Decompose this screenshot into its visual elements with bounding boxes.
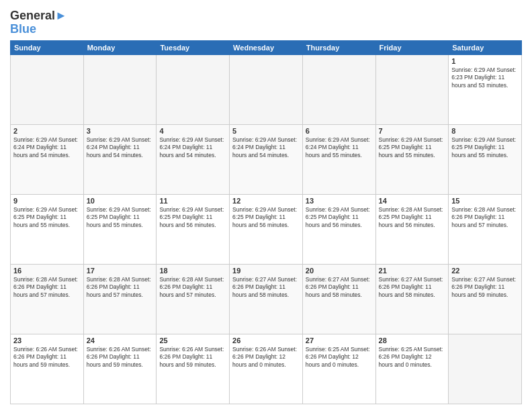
day-number: 4 xyxy=(159,127,226,135)
calendar-cell xyxy=(83,54,157,124)
day-number: 15 xyxy=(451,197,519,205)
calendar-cell: 8Sunrise: 6:29 AM Sunset: 6:25 PM Daylig… xyxy=(449,124,522,194)
weekday-header: Wednesday xyxy=(230,40,303,54)
day-number: 12 xyxy=(232,197,300,205)
calendar-cell: 5Sunrise: 6:29 AM Sunset: 6:24 PM Daylig… xyxy=(230,124,303,194)
calendar-cell: 20Sunrise: 6:27 AM Sunset: 6:26 PM Dayli… xyxy=(302,264,375,334)
day-number: 7 xyxy=(379,127,446,135)
day-number: 16 xyxy=(13,267,81,275)
cell-sun-info: Sunrise: 6:29 AM Sunset: 6:25 PM Dayligh… xyxy=(87,206,154,229)
cell-sun-info: Sunrise: 6:29 AM Sunset: 6:25 PM Dayligh… xyxy=(232,206,300,229)
page: General► Blue SundayMondayTuesdayWednesd… xyxy=(0,0,532,411)
calendar-cell: 14Sunrise: 6:28 AM Sunset: 6:25 PM Dayli… xyxy=(375,194,449,264)
calendar-cell: 28Sunrise: 6:25 AM Sunset: 6:26 PM Dayli… xyxy=(375,334,449,404)
calendar-cell: 6Sunrise: 6:29 AM Sunset: 6:24 PM Daylig… xyxy=(302,124,375,194)
calendar-cell: 24Sunrise: 6:26 AM Sunset: 6:26 PM Dayli… xyxy=(83,334,157,404)
calendar-cell: 17Sunrise: 6:28 AM Sunset: 6:26 PM Dayli… xyxy=(83,264,157,334)
calendar-cell: 23Sunrise: 6:26 AM Sunset: 6:26 PM Dayli… xyxy=(11,334,84,404)
weekday-header: Sunday xyxy=(11,40,84,54)
day-number: 13 xyxy=(306,197,373,205)
calendar-cell: 2Sunrise: 6:29 AM Sunset: 6:24 PM Daylig… xyxy=(11,124,84,194)
calendar-cell: 25Sunrise: 6:26 AM Sunset: 6:26 PM Dayli… xyxy=(157,334,230,404)
cell-sun-info: Sunrise: 6:29 AM Sunset: 6:25 PM Dayligh… xyxy=(13,206,81,229)
cell-sun-info: Sunrise: 6:29 AM Sunset: 6:24 PM Dayligh… xyxy=(306,136,373,159)
cell-sun-info: Sunrise: 6:28 AM Sunset: 6:26 PM Dayligh… xyxy=(159,276,226,299)
day-number: 2 xyxy=(13,127,81,135)
calendar-cell: 11Sunrise: 6:29 AM Sunset: 6:25 PM Dayli… xyxy=(157,194,230,264)
cell-sun-info: Sunrise: 6:29 AM Sunset: 6:25 PM Dayligh… xyxy=(379,136,446,159)
cell-sun-info: Sunrise: 6:29 AM Sunset: 6:23 PM Dayligh… xyxy=(451,66,519,89)
cell-sun-info: Sunrise: 6:29 AM Sunset: 6:24 PM Dayligh… xyxy=(159,136,226,159)
cell-sun-info: Sunrise: 6:26 AM Sunset: 6:26 PM Dayligh… xyxy=(232,346,300,369)
cell-sun-info: Sunrise: 6:29 AM Sunset: 6:24 PM Dayligh… xyxy=(87,136,154,159)
cell-sun-info: Sunrise: 6:28 AM Sunset: 6:26 PM Dayligh… xyxy=(13,276,81,299)
calendar-cell: 18Sunrise: 6:28 AM Sunset: 6:26 PM Dayli… xyxy=(157,264,230,334)
cell-sun-info: Sunrise: 6:26 AM Sunset: 6:26 PM Dayligh… xyxy=(13,346,81,369)
day-number: 19 xyxy=(232,267,300,275)
weekday-header: Tuesday xyxy=(157,40,230,54)
weekday-header: Monday xyxy=(83,40,157,54)
day-number: 21 xyxy=(379,267,446,275)
weekday-header: Thursday xyxy=(302,40,375,54)
cell-sun-info: Sunrise: 6:25 AM Sunset: 6:26 PM Dayligh… xyxy=(306,346,373,369)
cell-sun-info: Sunrise: 6:28 AM Sunset: 6:25 PM Dayligh… xyxy=(379,206,446,229)
day-number: 3 xyxy=(87,127,154,135)
cell-sun-info: Sunrise: 6:28 AM Sunset: 6:26 PM Dayligh… xyxy=(87,276,154,299)
calendar-cell xyxy=(11,54,84,124)
cell-sun-info: Sunrise: 6:29 AM Sunset: 6:24 PM Dayligh… xyxy=(232,136,300,159)
calendar-cell: 27Sunrise: 6:25 AM Sunset: 6:26 PM Dayli… xyxy=(302,334,375,404)
calendar-cell: 26Sunrise: 6:26 AM Sunset: 6:26 PM Dayli… xyxy=(230,334,303,404)
calendar-cell: 4Sunrise: 6:29 AM Sunset: 6:24 PM Daylig… xyxy=(157,124,230,194)
day-number: 10 xyxy=(87,197,154,205)
day-number: 6 xyxy=(306,127,373,135)
calendar-cell: 19Sunrise: 6:27 AM Sunset: 6:26 PM Dayli… xyxy=(230,264,303,334)
day-number: 27 xyxy=(306,336,373,345)
day-number: 20 xyxy=(306,267,373,275)
calendar-cell xyxy=(302,54,375,124)
calendar-cell: 21Sunrise: 6:27 AM Sunset: 6:26 PM Dayli… xyxy=(375,264,449,334)
cell-sun-info: Sunrise: 6:29 AM Sunset: 6:24 PM Dayligh… xyxy=(13,136,81,159)
day-number: 28 xyxy=(379,336,446,345)
day-number: 23 xyxy=(13,336,81,345)
day-number: 26 xyxy=(232,336,300,345)
cell-sun-info: Sunrise: 6:26 AM Sunset: 6:26 PM Dayligh… xyxy=(159,346,226,369)
day-number: 8 xyxy=(451,127,519,135)
calendar-table: SundayMondayTuesdayWednesdayThursdayFrid… xyxy=(10,40,522,404)
day-number: 18 xyxy=(159,267,226,275)
calendar-cell xyxy=(157,54,230,124)
cell-sun-info: Sunrise: 6:25 AM Sunset: 6:26 PM Dayligh… xyxy=(379,346,446,369)
cell-sun-info: Sunrise: 6:29 AM Sunset: 6:25 PM Dayligh… xyxy=(306,206,373,229)
logo: General► Blue xyxy=(10,9,67,36)
calendar-cell: 1Sunrise: 6:29 AM Sunset: 6:23 PM Daylig… xyxy=(449,54,522,124)
calendar-cell: 13Sunrise: 6:29 AM Sunset: 6:25 PM Dayli… xyxy=(302,194,375,264)
cell-sun-info: Sunrise: 6:29 AM Sunset: 6:25 PM Dayligh… xyxy=(159,206,226,229)
calendar-cell xyxy=(230,54,303,124)
day-number: 14 xyxy=(379,197,446,205)
day-number: 22 xyxy=(451,267,519,275)
cell-sun-info: Sunrise: 6:27 AM Sunset: 6:26 PM Dayligh… xyxy=(379,276,446,299)
weekday-header: Friday xyxy=(375,40,449,54)
cell-sun-info: Sunrise: 6:27 AM Sunset: 6:26 PM Dayligh… xyxy=(232,276,300,299)
calendar-cell xyxy=(375,54,449,124)
cell-sun-info: Sunrise: 6:28 AM Sunset: 6:26 PM Dayligh… xyxy=(451,206,519,229)
day-number: 25 xyxy=(159,336,226,345)
calendar-cell: 22Sunrise: 6:27 AM Sunset: 6:26 PM Dayli… xyxy=(449,264,522,334)
header: General► Blue xyxy=(10,7,522,36)
day-number: 5 xyxy=(232,127,300,135)
day-number: 17 xyxy=(87,267,154,275)
day-number: 24 xyxy=(87,336,154,345)
cell-sun-info: Sunrise: 6:27 AM Sunset: 6:26 PM Dayligh… xyxy=(306,276,373,299)
logo-line2: Blue xyxy=(10,23,67,36)
cell-sun-info: Sunrise: 6:26 AM Sunset: 6:26 PM Dayligh… xyxy=(87,346,154,369)
calendar-cell xyxy=(449,334,522,404)
cell-sun-info: Sunrise: 6:29 AM Sunset: 6:25 PM Dayligh… xyxy=(451,136,519,159)
weekday-header: Saturday xyxy=(449,40,522,54)
calendar-cell: 10Sunrise: 6:29 AM Sunset: 6:25 PM Dayli… xyxy=(83,194,157,264)
calendar-cell: 16Sunrise: 6:28 AM Sunset: 6:26 PM Dayli… xyxy=(11,264,84,334)
calendar-cell: 3Sunrise: 6:29 AM Sunset: 6:24 PM Daylig… xyxy=(83,124,157,194)
day-number: 11 xyxy=(159,197,226,205)
logo-line1: General► xyxy=(10,9,67,23)
calendar-cell: 12Sunrise: 6:29 AM Sunset: 6:25 PM Dayli… xyxy=(230,194,303,264)
cell-sun-info: Sunrise: 6:27 AM Sunset: 6:26 PM Dayligh… xyxy=(451,276,519,299)
calendar-cell: 15Sunrise: 6:28 AM Sunset: 6:26 PM Dayli… xyxy=(449,194,522,264)
